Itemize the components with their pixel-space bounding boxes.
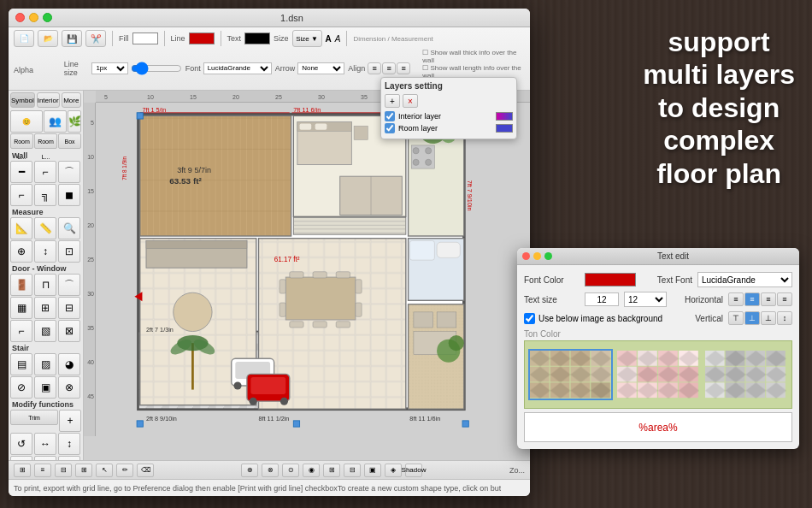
plus-item[interactable]: + — [59, 410, 81, 432]
door-item7[interactable]: ⌐ — [10, 320, 32, 342]
measure-item1[interactable]: 📐 — [10, 217, 32, 239]
h-right-btn[interactable]: ≡ — [761, 292, 776, 306]
text-size-select[interactable]: 12 — [624, 292, 667, 307]
measure-item4[interactable]: ⊕ — [10, 240, 32, 263]
door-item6[interactable]: ⊟ — [58, 297, 80, 319]
dialog-min[interactable] — [533, 252, 541, 260]
extra-item[interactable]: 🌿 — [68, 110, 81, 133]
font-select[interactable]: LucidaGrande — [203, 62, 272, 74]
measure-item6[interactable]: ⊡ — [58, 240, 80, 263]
dialog-max[interactable] — [544, 252, 552, 260]
line-size-select[interactable]: 1px2px3px — [91, 62, 127, 74]
stair-item2[interactable]: ▨ — [34, 353, 56, 375]
stair-item5[interactable]: ▣ — [34, 376, 56, 399]
room-layer-checkbox[interactable] — [385, 123, 395, 133]
text-color[interactable] — [244, 32, 270, 44]
stair-item6[interactable]: ⊗ — [58, 376, 80, 399]
v-mid-btn[interactable]: ⊥ — [744, 311, 760, 325]
text-size-input[interactable] — [585, 292, 619, 306]
cut-button[interactable]: ✂️ — [85, 30, 106, 47]
h-left-btn[interactable]: ≡ — [728, 292, 744, 306]
v-str-btn[interactable]: ↕ — [777, 311, 792, 325]
delete-layer-btn[interactable]: × — [403, 94, 418, 108]
save-button[interactable]: 💾 — [62, 30, 82, 47]
interior-layer-color[interactable] — [496, 112, 513, 121]
eraser-btn[interactable]: ⌫ — [137, 464, 154, 477]
maximize-button[interactable] — [43, 13, 52, 22]
mod-item3[interactable]: ↕ — [58, 433, 80, 455]
texture-thumb-3[interactable] — [703, 349, 788, 400]
texture-thumb-1[interactable] — [528, 349, 613, 400]
stair-item1[interactable]: ▤ — [10, 353, 32, 375]
fill-color[interactable] — [132, 32, 158, 44]
view-btn3[interactable]: ⊞ — [75, 464, 92, 477]
tool-btn2[interactable]: ⊗ — [262, 464, 279, 477]
door-item3[interactable]: ⌒ — [58, 274, 80, 296]
floor-plan-svg[interactable]: 3ft 9 5/7in 63.53 ft² 7ft 1 5/in 7ft 11 — [96, 103, 530, 436]
tool-btn8[interactable]: ◈ — [385, 464, 402, 477]
door-item9[interactable]: ⊠ — [58, 320, 80, 342]
h-justify-btn[interactable]: ≡ — [777, 292, 792, 306]
tool-btn3[interactable]: ⊙ — [282, 464, 299, 477]
door-item4[interactable]: ▦ — [10, 297, 32, 319]
measure-item2[interactable]: 📏 — [34, 217, 56, 239]
align-left-btn[interactable]: ≡ — [368, 62, 381, 74]
door-item2[interactable]: ⊓ — [34, 274, 56, 296]
mod-item2[interactable]: ↔ — [34, 433, 56, 455]
wall-item3[interactable]: ⌒ — [58, 161, 80, 183]
v-top-btn[interactable]: ⊤ — [728, 311, 744, 325]
add-layer-btn[interactable]: + — [385, 94, 400, 108]
v-bot-btn[interactable]: ⊥ — [761, 311, 776, 325]
align-center-btn[interactable]: ≡ — [382, 62, 396, 74]
tool-btn5[interactable]: ⊞ — [323, 464, 340, 477]
measure-item5[interactable]: ↕ — [34, 240, 56, 263]
door-item1[interactable]: 🚪 — [10, 274, 32, 296]
text-font-select[interactable]: LucidaGrande — [697, 272, 792, 287]
new-button[interactable]: 📄 — [14, 30, 34, 47]
room-l-item[interactable]: Room L... — [10, 133, 33, 149]
tool-btn6[interactable]: ⊟ — [344, 464, 361, 477]
person-item[interactable]: 👥 — [44, 110, 67, 133]
text-italic[interactable]: A — [335, 34, 341, 44]
view-btn1[interactable]: ≡ — [34, 464, 51, 477]
dialog-close[interactable] — [522, 252, 530, 260]
tool-btn4[interactable]: ◉ — [303, 464, 320, 477]
bg-checkbox-label[interactable]: Use below image as background — [524, 313, 662, 324]
minimize-button[interactable] — [29, 13, 38, 22]
wall-item1[interactable]: ━ — [10, 161, 32, 183]
text-bold[interactable]: A — [326, 34, 332, 44]
more-tab[interactable]: More — [62, 92, 81, 108]
cursor-btn[interactable]: ↖ — [96, 464, 113, 477]
room-l2-item[interactable]: Room L... — [34, 133, 57, 149]
room1-item[interactable]: 😊 — [10, 110, 43, 133]
grid-btn[interactable]: ⊞ — [14, 464, 31, 477]
font-color-picker[interactable] — [585, 273, 636, 286]
wall-item5[interactable]: ╗ — [34, 184, 56, 206]
bg-checkbox[interactable] — [524, 313, 535, 324]
line-size-slider[interactable] — [131, 64, 182, 73]
wall-item4[interactable]: ⌐ — [10, 184, 32, 206]
size-selector[interactable]: Size ▼ — [292, 30, 322, 47]
open-button[interactable]: 📂 — [38, 30, 58, 47]
mod-item1[interactable]: ↺ — [10, 433, 32, 455]
box-item[interactable]: Box — [58, 133, 81, 149]
wall-item2[interactable]: ⌐ — [34, 161, 56, 183]
stair-item3[interactable]: ◕ — [58, 353, 80, 375]
tool-btn7[interactable]: ▣ — [364, 464, 381, 477]
line-color[interactable] — [189, 32, 215, 44]
canvas-area[interactable]: 5 10 15 20 25 30 35 40 45 50 5 10 15 20 … — [84, 91, 530, 460]
room-layer-color[interactable] — [496, 124, 513, 133]
pencil-btn[interactable]: ✏ — [116, 464, 133, 477]
interior-tab[interactable]: Interior — [37, 92, 60, 108]
tool-btn1[interactable]: ⊕ — [241, 464, 258, 477]
door-item8[interactable]: ▧ — [34, 320, 56, 342]
align-right-btn[interactable]: ≡ — [397, 62, 410, 74]
trim-item[interactable]: Trim — [10, 410, 58, 425]
door-item5[interactable]: ⊞ — [34, 297, 56, 319]
symbol-tab[interactable]: Symbol — [10, 92, 35, 108]
measure-item3[interactable]: 🔍 — [58, 217, 80, 239]
interior-layer-checkbox[interactable] — [385, 111, 395, 121]
texture-thumb-2[interactable] — [615, 349, 700, 400]
wall-item6[interactable]: ◼ — [58, 184, 80, 206]
stair-item4[interactable]: ⊘ — [10, 376, 32, 399]
